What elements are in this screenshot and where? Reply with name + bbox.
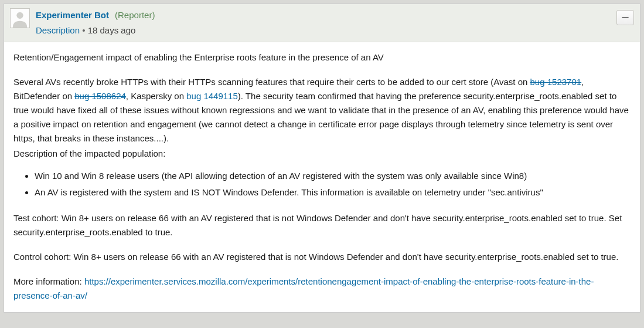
timestamp: 18 days ago [88,25,136,35]
more-info: More information: https://experimenter.s… [13,275,631,303]
comment-title: Retention/Engagement impact of enabling … [13,50,631,65]
test-cohort: Test cohort: Win 8+ users on release 66 … [13,211,631,239]
more-info-link[interactable]: https://experimenter.services.mozilla.co… [13,276,594,300]
text-segment: , Kaspersky on [126,91,186,101]
author-link[interactable]: Experimenter Bot [36,8,109,22]
svg-point-1 [16,12,23,19]
description-link[interactable]: Description [36,25,80,35]
control-cohort: Control cohort: Win 8+ users on release … [13,250,631,264]
list-item: An AV is registered with the system and … [35,185,631,199]
collapse-button[interactable]: – [616,10,634,25]
bug-link-1523701[interactable]: bug 1523701 [530,77,582,87]
text-segment: Several AVs recently broke HTTPs with th… [13,77,530,87]
bug-link-1508624[interactable]: bug 1508624 [74,91,126,101]
avatar [10,8,30,28]
more-info-label: More information: [13,276,84,286]
header-main: Experimenter Bot (Reporter) Description … [36,8,634,38]
paragraph-intro: Several AVs recently broke HTTPs with th… [13,75,631,146]
comment-header: Experimenter Bot (Reporter) Description … [4,4,640,42]
population-list: Win 10 and Win 8 release users (the API … [35,169,631,199]
population-description-label: Description of the impacted population: [13,147,631,161]
comment-container: Experimenter Bot (Reporter) Description … [4,4,640,313]
comment-body: Retention/Engagement impact of enabling … [4,42,640,312]
separator: • [80,25,88,35]
list-item: Win 10 and Win 8 release users (the API … [35,169,631,183]
reporter-badge: (Reporter) [115,8,155,22]
bug-link-1449115[interactable]: bug 1449115 [186,91,238,101]
